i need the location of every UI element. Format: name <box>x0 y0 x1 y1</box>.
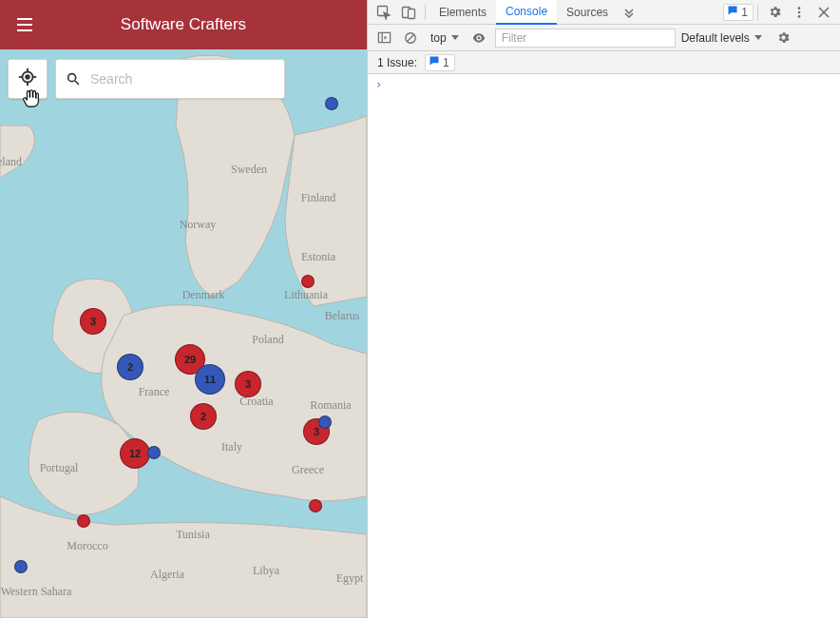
app-title: Software Crafters <box>0 15 367 34</box>
log-levels-selector[interactable]: Default levels <box>681 31 762 45</box>
issues-chat-icon <box>429 55 440 69</box>
context-selector[interactable]: top <box>427 31 463 45</box>
svg-point-14 <box>798 15 801 18</box>
app-pane: Software Crafters <box>0 0 367 618</box>
devtools-close-icon[interactable] <box>811 0 836 25</box>
map-cluster-marker[interactable]: 12 <box>120 438 150 469</box>
map-cluster-marker[interactable]: 2 <box>190 403 217 430</box>
tab-elements[interactable]: Elements <box>430 0 496 25</box>
svg-line-20 <box>408 34 414 41</box>
tab-sources[interactable]: Sources <box>557 0 618 25</box>
svg-point-2 <box>26 75 29 79</box>
map-cluster-marker[interactable]: 11 <box>195 364 225 395</box>
console-settings-icon[interactable] <box>773 28 794 48</box>
map-cluster-marker[interactable] <box>325 97 338 110</box>
search-box[interactable] <box>55 59 285 99</box>
console-output[interactable]: › <box>368 74 840 618</box>
map-cluster-marker[interactable] <box>301 275 315 288</box>
dropdown-icon <box>451 35 459 40</box>
map-cluster-marker[interactable] <box>14 560 28 573</box>
map-cluster-marker[interactable]: 2 <box>117 354 143 380</box>
context-label: top <box>430 31 447 45</box>
issues-chip[interactable]: 1 <box>723 4 754 21</box>
devtools-tabbar: Elements Console Sources 1 <box>368 0 840 25</box>
inspect-element-icon[interactable] <box>372 0 396 25</box>
issues-bar[interactable]: 1 Issue: 1 <box>368 51 840 74</box>
clear-console-icon[interactable] <box>400 28 421 48</box>
svg-point-12 <box>798 7 801 10</box>
map[interactable]: elandSwedenFinlandNorwayEstoniaDenmarkLi… <box>0 49 367 618</box>
map-cluster-marker[interactable] <box>147 446 161 459</box>
map-svg <box>0 49 367 618</box>
menu-button[interactable] <box>17 18 32 31</box>
issues-chat-icon <box>727 5 738 19</box>
svg-point-7 <box>68 74 76 82</box>
console-prompt-icon: › <box>375 78 382 91</box>
log-levels-label: Default levels <box>681 31 750 45</box>
svg-rect-11 <box>409 9 415 18</box>
map-cluster-marker[interactable] <box>318 415 332 429</box>
dropdown-icon <box>754 35 762 40</box>
devtools-settings-icon[interactable] <box>762 0 787 25</box>
console-toolbar: top Default levels <box>368 25 840 51</box>
devtools-pane: Elements Console Sources 1 <box>367 0 840 618</box>
tab-console[interactable]: Console <box>496 0 557 25</box>
issues-bar-chip[interactable]: 1 <box>425 54 455 71</box>
console-filter-input[interactable] <box>495 29 676 48</box>
map-cluster-marker[interactable] <box>77 514 90 528</box>
crosshair-icon <box>17 67 38 91</box>
live-expression-icon[interactable] <box>468 28 489 48</box>
svg-line-8 <box>75 81 79 85</box>
map-cluster-marker[interactable]: 3 <box>80 308 106 335</box>
app-header: Software Crafters <box>0 0 367 49</box>
more-tabs-icon[interactable] <box>618 0 640 25</box>
console-sidebar-toggle-icon[interactable] <box>373 28 394 48</box>
svg-point-13 <box>798 10 801 13</box>
device-toolbar-icon[interactable] <box>396 0 421 25</box>
map-cluster-marker[interactable] <box>309 499 322 512</box>
issues-chip-count: 1 <box>741 6 748 19</box>
issues-bar-count: 1 <box>443 56 449 69</box>
search-icon <box>66 71 81 87</box>
map-cluster-marker[interactable]: 3 <box>235 371 261 397</box>
issues-text: 1 Issue: <box>377 56 417 69</box>
locate-button[interactable] <box>8 59 48 99</box>
devtools-kebab-icon[interactable] <box>787 0 811 25</box>
search-input[interactable] <box>90 71 275 87</box>
